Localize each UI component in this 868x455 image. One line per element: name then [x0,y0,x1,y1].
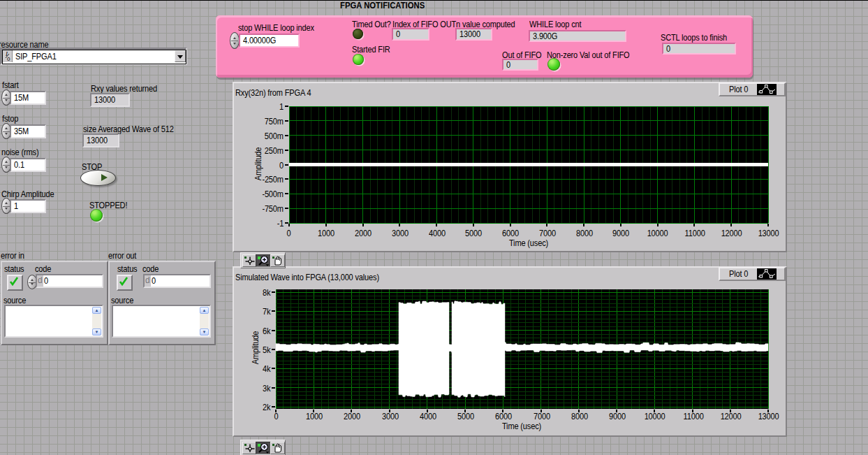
svg-text:0: 0 [7,56,10,62]
